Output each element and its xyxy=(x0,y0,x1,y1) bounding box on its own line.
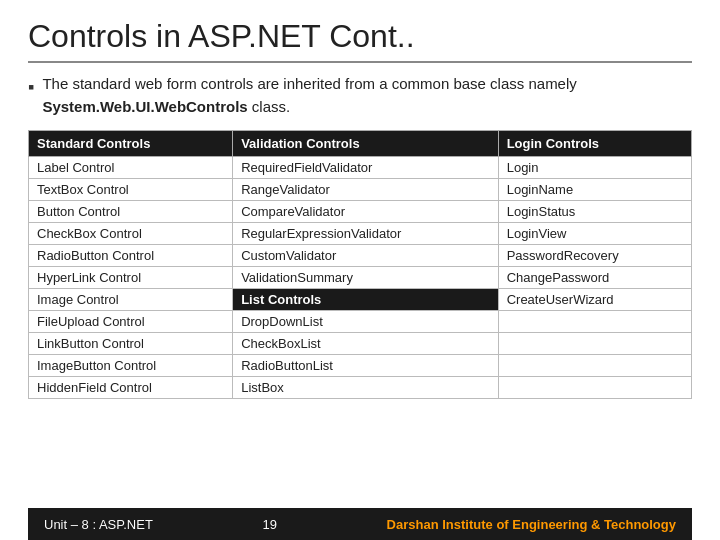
bullet-bold: System.Web.UI.WebControls xyxy=(42,98,247,115)
validation-controls-cell: RegularExpressionValidator xyxy=(233,223,499,245)
col-header-validation: Validation Controls xyxy=(233,131,499,157)
bullet-text: The standard web form controls are inher… xyxy=(42,73,692,118)
login-controls-cell: CreateUserWizard xyxy=(498,289,691,311)
slide-title: Controls in ASP.NET Cont.. xyxy=(28,18,692,63)
standard-controls-cell: CheckBox Control xyxy=(29,223,233,245)
login-controls-cell xyxy=(498,311,691,333)
standard-controls-cell: ImageButton Control xyxy=(29,355,233,377)
table-row: HyperLink ControlValidationSummaryChange… xyxy=(29,267,692,289)
footer-center: 19 xyxy=(263,517,277,532)
login-controls-cell xyxy=(498,333,691,355)
bullet-prefix: The standard web form controls are inher… xyxy=(42,75,576,92)
validation-controls-cell: List Controls xyxy=(233,289,499,311)
standard-controls-cell: Image Control xyxy=(29,289,233,311)
validation-controls-cell: RadioButtonList xyxy=(233,355,499,377)
bullet-block: ▪ The standard web form controls are inh… xyxy=(28,73,692,118)
login-controls-cell: LoginName xyxy=(498,179,691,201)
standard-controls-cell: Label Control xyxy=(29,157,233,179)
standard-controls-cell: Button Control xyxy=(29,201,233,223)
login-controls-cell xyxy=(498,377,691,399)
table-row: TextBox ControlRangeValidatorLoginName xyxy=(29,179,692,201)
table-row: HiddenField ControlListBox xyxy=(29,377,692,399)
table-row: CheckBox ControlRegularExpressionValidat… xyxy=(29,223,692,245)
footer-left: Unit – 8 : ASP.NET xyxy=(44,517,153,532)
login-controls-cell: Login xyxy=(498,157,691,179)
table-row: RadioButton ControlCustomValidatorPasswo… xyxy=(29,245,692,267)
standard-controls-cell: LinkButton Control xyxy=(29,333,233,355)
col-header-login: Login Controls xyxy=(498,131,691,157)
controls-table-wrapper: Standard Controls Validation Controls Lo… xyxy=(28,130,692,508)
login-controls-cell xyxy=(498,355,691,377)
standard-controls-cell: FileUpload Control xyxy=(29,311,233,333)
validation-controls-cell: CustomValidator xyxy=(233,245,499,267)
validation-controls-cell: CheckBoxList xyxy=(233,333,499,355)
table-row: Button ControlCompareValidatorLoginStatu… xyxy=(29,201,692,223)
standard-controls-cell: HiddenField Control xyxy=(29,377,233,399)
validation-controls-cell: CompareValidator xyxy=(233,201,499,223)
validation-controls-cell: DropDownList xyxy=(233,311,499,333)
standard-controls-cell: HyperLink Control xyxy=(29,267,233,289)
login-controls-cell: LoginStatus xyxy=(498,201,691,223)
standard-controls-cell: TextBox Control xyxy=(29,179,233,201)
footer: Unit – 8 : ASP.NET 19 Darshan Institute … xyxy=(28,508,692,540)
validation-controls-cell: ListBox xyxy=(233,377,499,399)
table-row: Label ControlRequiredFieldValidatorLogin xyxy=(29,157,692,179)
table-row: LinkButton ControlCheckBoxList xyxy=(29,333,692,355)
standard-controls-cell: RadioButton Control xyxy=(29,245,233,267)
table-header-row: Standard Controls Validation Controls Lo… xyxy=(29,131,692,157)
bullet-symbol: ▪ xyxy=(28,74,34,101)
validation-controls-cell: RangeValidator xyxy=(233,179,499,201)
controls-table: Standard Controls Validation Controls Lo… xyxy=(28,130,692,399)
table-body: Label ControlRequiredFieldValidatorLogin… xyxy=(29,157,692,399)
slide: Controls in ASP.NET Cont.. ▪ The standar… xyxy=(0,0,720,540)
table-row: Image ControlList ControlsCreateUserWiza… xyxy=(29,289,692,311)
footer-right: Darshan Institute of Engineering & Techn… xyxy=(387,517,676,532)
login-controls-cell: LoginView xyxy=(498,223,691,245)
table-row: ImageButton ControlRadioButtonList xyxy=(29,355,692,377)
bullet-suffix: class. xyxy=(248,98,291,115)
validation-controls-cell: RequiredFieldValidator xyxy=(233,157,499,179)
table-row: FileUpload ControlDropDownList xyxy=(29,311,692,333)
col-header-standard: Standard Controls xyxy=(29,131,233,157)
login-controls-cell: ChangePassword xyxy=(498,267,691,289)
validation-controls-cell: ValidationSummary xyxy=(233,267,499,289)
login-controls-cell: PasswordRecovery xyxy=(498,245,691,267)
